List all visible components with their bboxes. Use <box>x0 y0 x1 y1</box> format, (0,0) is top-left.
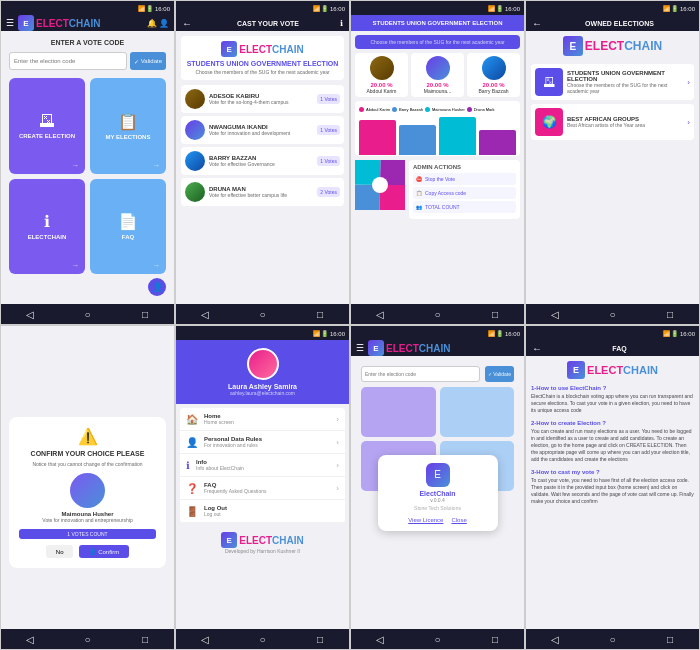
screen-election-results: 📶 🔋 16:00 STUDENTS UNION GOVERNMENT ELEC… <box>350 0 525 325</box>
faq-q3: 3-How to cast my vote ? <box>531 469 694 475</box>
stop-vote-btn[interactable]: ⛔ Stop the Vote <box>413 173 516 185</box>
nav-back-6[interactable]: ◁ <box>190 631 220 647</box>
info-icon-2[interactable]: ℹ <box>340 19 343 28</box>
nav-recents-5[interactable]: □ <box>130 631 160 647</box>
elect-4: ELECT <box>585 39 624 53</box>
create-election-label: CREATE ELECTION <box>19 133 75 139</box>
back-arrow-4[interactable]: ← <box>532 18 542 29</box>
chain-2: CHAIN <box>272 44 304 55</box>
copy-code-btn[interactable]: 📋 Copy Access code <box>413 187 516 199</box>
validate-button[interactable]: ✓ Validate <box>130 52 166 70</box>
close-modal-link[interactable]: Close <box>451 517 466 523</box>
back-arrow-2[interactable]: ← <box>182 18 192 29</box>
confirm-cand-role: Vote for innovation and entrepreneurship <box>42 517 132 523</box>
nav-back-5[interactable]: ◁ <box>15 631 45 647</box>
count-icon: 👥 <box>416 204 422 210</box>
nav-back-3[interactable]: ◁ <box>365 306 395 322</box>
nav-recents-3[interactable]: □ <box>480 306 510 322</box>
logo-header-1: E ELECTCHAIN <box>18 15 100 31</box>
vote-code-input[interactable] <box>9 52 127 70</box>
election-icon-1: 🗳 <box>535 68 563 96</box>
election-card-2[interactable]: 🌍 BEST AFRICAN GROUPS Best African artis… <box>531 104 694 140</box>
menu-item-data[interactable]: 👤 Personal Data Rules For innovation and… <box>180 431 345 454</box>
menu-item-info[interactable]: ℹ Info Info about ElectChain › <box>180 454 345 477</box>
nav-recents-2[interactable]: □ <box>305 306 335 322</box>
top-avatar-2 <box>426 56 450 80</box>
pie-chart <box>355 160 405 210</box>
screen3-content: Choose the members of the SUG for the ne… <box>351 31 524 304</box>
nav-recents-1[interactable]: □ <box>130 306 160 322</box>
top-cname-3: Barry Bazzah <box>470 88 517 94</box>
bottom-nav-1: ◁ ○ □ <box>1 304 174 324</box>
faq-a1: ElectChain is a blockchain voting app wh… <box>531 393 694 414</box>
no-button[interactable]: No <box>46 545 74 558</box>
nav-recents-6[interactable]: □ <box>305 631 335 647</box>
candidate-row-1[interactable]: ADESOE KABIRU Vote for the so-long-4-the… <box>181 85 344 113</box>
total-count-btn[interactable]: 👥 TOTAL COUNT <box>413 201 516 213</box>
bottom-nav-7: ◁ ○ □ <box>351 629 524 649</box>
status-bar-4: 📶 🔋 16:00 <box>526 1 699 15</box>
my-elections-card[interactable]: 📋 MY ELECTIONS → <box>90 78 166 174</box>
bar-chart-area: Abdoul Karim Barry Bazzah Maimouna Hushe… <box>355 101 520 156</box>
hamburger-icon[interactable]: ☰ <box>6 18 14 28</box>
nav-home-8[interactable]: ○ <box>597 631 627 647</box>
confirm-label: Confirm <box>98 549 119 555</box>
nav-home-4[interactable]: ○ <box>597 306 627 322</box>
candidate-row-4[interactable]: DRUNA MAN Vote for effective better camp… <box>181 178 344 206</box>
candidate-row-3[interactable]: BARRY BAZZAN Vote for effective Governan… <box>181 147 344 175</box>
vote-code-input-7[interactable] <box>361 366 480 382</box>
nav-recents-4[interactable]: □ <box>655 306 685 322</box>
chain-6: CHAIN <box>272 535 304 546</box>
brand-name-1: ELECTCHAIN <box>36 18 100 29</box>
nav-back-8[interactable]: ◁ <box>540 631 570 647</box>
electchain-card[interactable]: ℹ ELECTCHAIN → <box>9 179 85 275</box>
menu-item-faq[interactable]: ❓ FAQ Frequently Asked Questions › <box>180 477 345 500</box>
legend-label-4: Druna Mark <box>474 107 495 112</box>
nav-back-7[interactable]: ◁ <box>365 631 395 647</box>
create-election-card[interactable]: 🗳 CREATE ELECTION → <box>9 78 85 174</box>
view-licence-link[interactable]: View Licence <box>408 517 443 523</box>
bar-chart <box>359 112 516 157</box>
candidate-row-2[interactable]: NWANGUMA IKANDI Vote for innovation and … <box>181 116 344 144</box>
nav-recents-7[interactable]: □ <box>480 631 510 647</box>
faq-card[interactable]: 📄 FAQ → <box>90 179 166 275</box>
nav-home-7[interactable]: ○ <box>422 631 452 647</box>
nav-back-4[interactable]: ◁ <box>540 306 570 322</box>
legend-1: Abdoul Karim <box>359 107 390 112</box>
status-bar-8: 📶 🔋 16:00 <box>526 326 699 340</box>
nav-home-5[interactable]: ○ <box>72 631 102 647</box>
warning-icon: ⚠️ <box>19 427 156 446</box>
menu-item-home[interactable]: 🏠 Home Home screen › <box>180 408 345 431</box>
top-candidate-3: 20.00 % Barry Bazzah <box>467 53 520 97</box>
hamburger-icon-7[interactable]: ☰ <box>356 343 364 353</box>
nav-home-2[interactable]: ○ <box>247 306 277 322</box>
chain-7: CHAIN <box>419 343 451 354</box>
admin-actions: ADMIN ACTIONS ⛔ Stop the Vote 📋 Copy Acc… <box>409 160 520 219</box>
election-subtitle-2: Choose the members of the SUG for the ne… <box>186 69 339 75</box>
bar-3 <box>439 117 476 155</box>
app-modal-version: v.0.0.4 <box>386 497 490 503</box>
nav-home-1[interactable]: ○ <box>72 306 102 322</box>
confirm-modal: ⚠️ CONFIRM YOUR CHOICE PLEASE Notice tha… <box>9 417 166 568</box>
logo-icon-6: E <box>221 532 237 548</box>
profile-header: Laura Ashley Samira ashley.laura@electch… <box>176 340 349 404</box>
validate-label: Validate <box>141 58 162 64</box>
nav-back-2[interactable]: ◁ <box>190 306 220 322</box>
back-arrow-8[interactable]: ← <box>532 343 542 354</box>
logo-icon-7: E <box>368 340 384 356</box>
status-icons-3: 📶 🔋 16:00 <box>488 5 520 12</box>
chain-4: CHAIN <box>624 39 662 53</box>
profile-avatar-btn[interactable]: 👤 <box>148 278 166 296</box>
nav-back-1[interactable]: ◁ <box>15 306 45 322</box>
menu-item-logout[interactable]: 🚪 Log Out Log out <box>180 500 345 523</box>
nav-title-3: STUDENTS UNION GOVERNMENT ELECTION <box>357 20 518 26</box>
confirm-button[interactable]: 👤 Confirm <box>79 545 129 558</box>
election-card-1[interactable]: 🗳 STUDENTS UNION GOVERNMENT ELECTION Cho… <box>531 64 694 100</box>
validate-btn-7[interactable]: ✓ Validate <box>485 366 514 382</box>
nav-home-6[interactable]: ○ <box>247 631 277 647</box>
candidate-avatar-2 <box>185 120 205 140</box>
menu-item-logout-info: Log Out Log out <box>204 505 227 517</box>
candidate-info-1: ADESOE KABIRU Vote for the so-long-4-the… <box>209 93 313 105</box>
nav-recents-8[interactable]: □ <box>655 631 685 647</box>
nav-home-3[interactable]: ○ <box>422 306 452 322</box>
